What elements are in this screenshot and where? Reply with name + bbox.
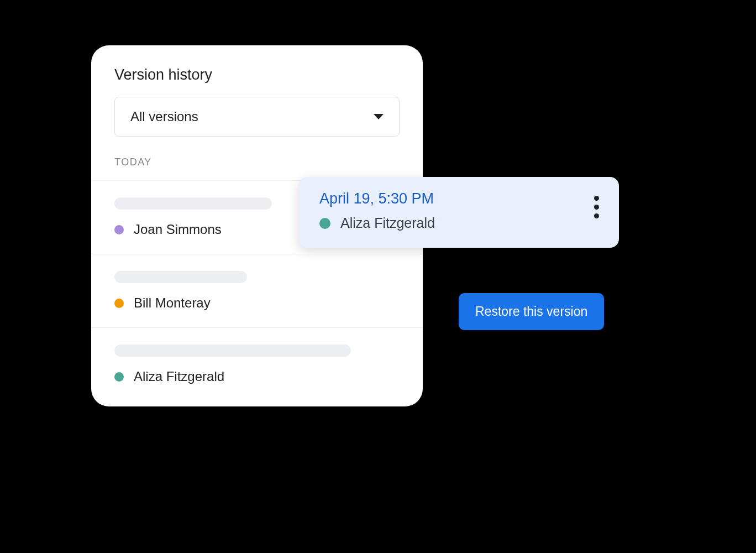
filter-dropdown[interactable]: All versions xyxy=(114,97,400,137)
version-author-row: Bill Monteray xyxy=(114,295,400,311)
version-item[interactable]: Bill Monteray xyxy=(91,254,423,327)
author-color-dot xyxy=(114,225,124,234)
version-timestamp-placeholder xyxy=(114,345,351,357)
version-detail-content: April 19, 5:30 PM Aliza Fitzgerald xyxy=(319,190,435,231)
version-item[interactable]: Aliza Fitzgerald xyxy=(91,327,423,401)
author-color-dot xyxy=(114,372,124,382)
version-detail-card: April 19, 5:30 PM Aliza Fitzgerald xyxy=(298,177,619,248)
author-color-dot xyxy=(114,299,124,308)
author-color-dot xyxy=(319,218,330,229)
restore-version-button[interactable]: Restore this version xyxy=(459,293,604,330)
more-options-icon[interactable] xyxy=(590,190,603,224)
panel-title: Version history xyxy=(91,45,423,97)
version-timestamp-placeholder xyxy=(114,271,247,283)
author-name: Joan Simmons xyxy=(134,222,222,237)
section-label-today: TODAY xyxy=(91,151,423,180)
version-author-row: Aliza Fitzgerald xyxy=(114,369,400,384)
version-detail-author: Aliza Fitzgerald xyxy=(319,215,435,231)
filter-dropdown-label: All versions xyxy=(130,109,198,124)
author-name: Aliza Fitzgerald xyxy=(340,215,435,231)
author-name: Aliza Fitzgerald xyxy=(134,369,224,384)
version-timestamp-placeholder xyxy=(114,197,272,210)
author-name: Bill Monteray xyxy=(134,295,211,311)
version-detail-timestamp: April 19, 5:30 PM xyxy=(319,190,435,207)
chevron-down-icon xyxy=(374,114,384,119)
